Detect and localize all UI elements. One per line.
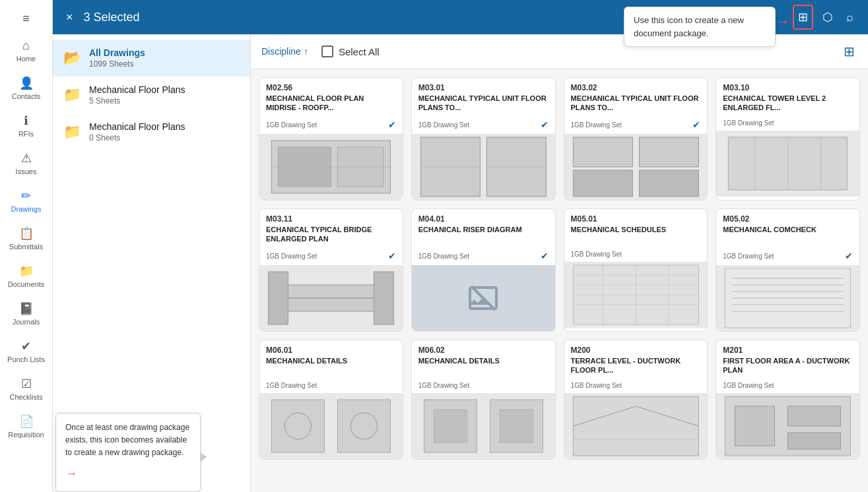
folder-sheets: 0 Sheets	[89, 133, 185, 142]
share-button[interactable]: ⬡	[818, 6, 837, 28]
sidebar-item-checklists[interactable]: ☑ Checklists	[3, 371, 50, 406]
drawing-card[interactable]: M05.01 MECHANICAL SCHEDULES 1GB Drawing …	[564, 208, 708, 332]
sidebar-item-submittals[interactable]: 📋 Submittals	[3, 221, 50, 256]
card-title: MECHANICAL COMCHECK	[723, 225, 853, 246]
verified-icon: ✔	[388, 119, 396, 130]
card-title: MECHANICAL TYPICAL UNIT FLOOR PLANS TO..…	[418, 94, 549, 115]
discipline-label: Discipline	[261, 46, 301, 57]
card-header: M04.01 ECHANICAL RISER DIAGRAM	[412, 209, 555, 249]
sidebar-item-requisition[interactable]: 📄 Requisition	[3, 409, 50, 444]
card-meta: 1GB Drawing Set ✔	[259, 117, 403, 134]
drawing-card[interactable]: M03.01 MECHANICAL TYPICAL UNIT FLOOR PLA…	[411, 77, 556, 200]
card-title: MECHANICAL FLOOR PLAN MIDRISE - ROOFP...	[266, 94, 396, 115]
drawing-card[interactable]: M03.11 ECHANICAL TYPICAL BRIDGE ENLARGED…	[259, 208, 403, 332]
card-set: 1GB Drawing Set	[418, 121, 469, 129]
card-title: ECHANICAL TYPICAL BRIDGE ENLARGED PLAN	[266, 225, 396, 246]
close-button[interactable]: ×	[63, 8, 76, 27]
card-header: M02.56 MECHANICAL FLOOR PLAN MIDRISE - R…	[259, 78, 403, 117]
card-meta: 1GB Drawing Set	[716, 380, 859, 393]
contacts-icon: 👤	[19, 76, 34, 90]
svg-rect-10	[573, 170, 632, 197]
card-code: M03.11	[266, 214, 396, 224]
card-header: M200 TERRACE LEVEL - DUCTWORK FLOOR PL..…	[564, 340, 708, 380]
card-set: 1GB Drawing Set	[418, 253, 469, 260]
svg-rect-43	[500, 410, 533, 443]
select-all-checkbox[interactable]	[321, 46, 333, 57]
card-set: 1GB Drawing Set	[266, 253, 317, 260]
svg-rect-19	[374, 272, 393, 324]
drawing-card[interactable]: M03.10 ECHANICAL TOWER LEVEL 2 ENLARGED …	[716, 77, 860, 200]
drawing-card[interactable]: M201 FIRST FLOOR AREA A - DUCTWORK PLAN …	[716, 340, 860, 460]
drawing-card[interactable]: M03.02 MECHANICAL TYPICAL UNIT FLOOR PLA…	[564, 77, 708, 200]
card-code: M03.02	[571, 83, 701, 92]
card-thumbnail	[564, 393, 708, 459]
card-header: M201 FIRST FLOOR AREA A - DUCTWORK PLAN	[716, 340, 859, 380]
rfis-icon: ℹ	[24, 113, 28, 128]
folder-icon: 📂	[63, 49, 81, 67]
card-code: M200	[571, 346, 701, 355]
card-thumbnail	[564, 134, 708, 200]
card-code: M05.02	[723, 214, 853, 224]
drawing-card[interactable]: M06.01 MECHANICAL DETAILS 1GB Drawing Se…	[259, 340, 403, 460]
punch-lists-icon: ✔	[21, 339, 31, 354]
sidebar-item-contacts[interactable]: 👤 Contacts	[3, 71, 50, 106]
card-meta: 1GB Drawing Set ✔	[259, 249, 403, 265]
drawing-card[interactable]: M06.02 MECHANICAL DETAILS 1GB Drawing Se…	[411, 340, 556, 460]
card-code: M04.01	[418, 214, 549, 224]
drawing-card[interactable]: M04.01 ECHANICAL RISER DIAGRAM 1GB Drawi…	[411, 208, 556, 332]
sidebar-item-journals[interactable]: 📓 Journals	[3, 296, 50, 331]
sidebar-item-punch-lists[interactable]: ✔ Punch Lists	[3, 334, 50, 369]
discipline-sort[interactable]: Discipline ↑	[261, 46, 308, 57]
sidebar-item-label: Journals	[13, 318, 40, 326]
card-meta: 1GB Drawing Set	[259, 380, 403, 393]
card-meta: 1GB Drawing Set ✔	[412, 249, 555, 265]
header-actions: ⊞ ⬡ ⌕	[793, 5, 857, 30]
card-thumbnail	[412, 393, 555, 459]
sidebar-item-drawings[interactable]: ✏ Drawings	[3, 183, 50, 218]
card-header: M03.11 ECHANICAL TYPICAL BRIDGE ENLARGED…	[259, 209, 403, 249]
drawings-icon: ✏	[21, 189, 31, 203]
card-meta: 1GB Drawing Set ✔	[716, 249, 859, 265]
svg-rect-48	[788, 406, 841, 426]
share-icon: ⬡	[822, 11, 833, 24]
svg-rect-18	[268, 272, 288, 324]
folder-all-drawings[interactable]: 📂 All Drawings 1099 Sheets	[53, 40, 250, 77]
drawing-card[interactable]: M02.56 MECHANICAL FLOOR PLAN MIDRISE - R…	[259, 77, 403, 200]
card-meta: 1GB Drawing Set	[412, 380, 555, 393]
card-thumbnail	[259, 265, 403, 331]
folder-mech-floor-1[interactable]: 📁 Mechanical Floor Plans 5 Sheets	[53, 77, 250, 113]
sidebar-nav: ≡ ⌂ Home 👤 Contacts ℹ RFIs ⚠ Issues ✏ Dr…	[0, 0, 53, 492]
create-package-button[interactable]: ⊞	[793, 5, 813, 30]
sidebar-item-rfis[interactable]: ℹ RFIs	[3, 108, 50, 143]
card-title: ECHANICAL TOWER LEVEL 2 ENLARGED FL...	[723, 94, 853, 115]
sidebar-item-issues[interactable]: ⚠ Issues	[3, 146, 50, 181]
bottom-tooltip: Once at least one drawing package exists…	[55, 413, 201, 492]
card-header: M03.10 ECHANICAL TOWER LEVEL 2 ENLARGED …	[716, 78, 859, 117]
card-thumbnail	[716, 131, 859, 197]
card-thumbnail	[564, 262, 708, 328]
card-set: 1GB Drawing Set	[266, 121, 317, 129]
drawing-card[interactable]: M05.02 MECHANICAL COMCHECK 1GB Drawing S…	[716, 208, 860, 332]
card-code: M03.01	[418, 83, 549, 92]
card-title: FIRST FLOOR AREA A - DUCTWORK PLAN	[723, 356, 853, 377]
select-all-label: Select All	[339, 46, 380, 57]
nav-hamburger[interactable]: ≡	[3, 7, 50, 31]
home-icon: ⌂	[22, 39, 30, 53]
journals-icon: 📓	[19, 301, 34, 316]
drawing-card[interactable]: M200 TERRACE LEVEL - DUCTWORK FLOOR PL..…	[564, 340, 708, 460]
hamburger-icon: ≡	[22, 12, 30, 26]
verified-icon: ✔	[388, 251, 396, 261]
checklists-icon: ☑	[21, 377, 32, 391]
svg-rect-36	[271, 400, 324, 452]
card-meta: 1GB Drawing Set	[716, 117, 859, 131]
grid-view-button[interactable]: ⊞	[841, 41, 857, 62]
folder-mech-floor-2[interactable]: 📁 Mechanical Floor Plans 0 Sheets	[53, 113, 250, 150]
folder-info: Mechanical Floor Plans 5 Sheets	[89, 84, 185, 106]
verified-icon: ✔	[541, 251, 549, 261]
folder-icon: 📁	[63, 86, 81, 104]
search-button[interactable]: ⌕	[842, 7, 857, 28]
card-set: 1GB Drawing Set	[571, 121, 622, 129]
folder-info: All Drawings 1099 Sheets	[89, 47, 145, 69]
sidebar-item-documents[interactable]: 📁 Documents	[3, 259, 50, 293]
sidebar-item-home[interactable]: ⌂ Home	[3, 34, 50, 68]
